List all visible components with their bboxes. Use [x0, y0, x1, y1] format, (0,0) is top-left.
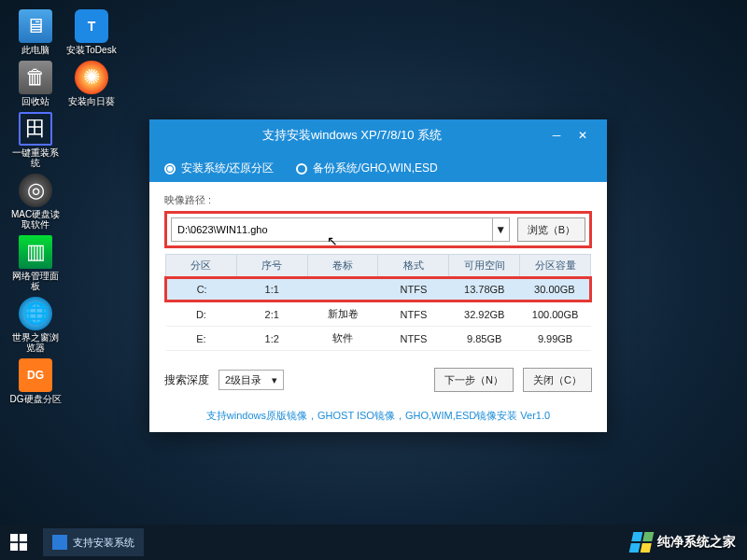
radio-label: 安装系统/还原分区 [181, 161, 274, 176]
cell-fs: NTFS [378, 301, 449, 327]
cell-idx: 2:1 [236, 301, 307, 327]
browser-icon: 🌐 [19, 297, 52, 330]
watermark: 纯净系统之家 [631, 532, 736, 553]
th-volume[interactable]: 卷标 [307, 255, 378, 278]
icon-label: 世界之窗浏览器 [9, 332, 62, 353]
titlebar[interactable]: 支持安装windows XP/7/8/10 系统 ─ ✕ [149, 119, 607, 151]
windows-logo-icon [629, 532, 655, 553]
task-label: 支持安装系统 [73, 536, 134, 550]
minimize-button[interactable]: ─ [543, 126, 570, 145]
app-icon [52, 535, 67, 550]
todesk-icon: T [75, 9, 108, 43]
mode-radios: 安装系统/还原分区 备份系统/GHO,WIN,ESD [149, 151, 607, 182]
table-row[interactable]: D: 2:1 新加卷 NTFS 32.92GB 100.00GB [166, 301, 591, 327]
close-button[interactable]: ✕ [570, 126, 596, 145]
icon-label: 安装向日葵 [68, 96, 115, 106]
trash-icon: 🗑 [19, 61, 52, 94]
watermark-text: 纯净系统之家 [657, 534, 736, 551]
desktop-icon-this-pc[interactable]: 🖥此电脑 [9, 9, 62, 55]
svg-rect-3 [20, 543, 27, 551]
table-row[interactable]: E: 1:2 软件 NTFS 9.85GB 9.99GB [166, 327, 591, 351]
cell-idx: 1:2 [236, 327, 307, 351]
th-free[interactable]: 可用空间 [449, 255, 520, 278]
cell-free: 32.92GB [449, 301, 520, 327]
cell-fs: NTFS [378, 278, 449, 301]
desktop-icon-recycle-bin[interactable]: 🗑回收站 [9, 61, 62, 106]
th-fs[interactable]: 格式 [378, 255, 449, 278]
svg-rect-1 [20, 534, 27, 541]
radio-dot-icon [296, 163, 307, 175]
pc-icon: 🖥 [19, 9, 52, 43]
icon-label: 安装ToDesk [66, 45, 116, 55]
dg-icon: DG [19, 358, 52, 392]
path-label: 映像路径 : [164, 193, 592, 207]
cell-free: 9.85GB [449, 327, 520, 351]
icon-label: 一键重装系统 [9, 147, 62, 168]
desktop-icon-reinstall[interactable]: 田一键重装系统 [9, 112, 62, 168]
desktop-icon-browser[interactable]: 🌐世界之窗浏览器 [9, 297, 62, 353]
image-path-input[interactable] [171, 217, 493, 242]
desktop-icon-todesk[interactable]: T安装ToDesk [65, 9, 118, 55]
chevron-down-icon: ▾ [272, 374, 277, 386]
network-icon: ▥ [19, 235, 52, 269]
svg-rect-0 [10, 534, 18, 541]
desktop-icon-sunflower[interactable]: ✺安装向日葵 [65, 61, 118, 106]
icon-label: DG硬盘分区 [10, 394, 62, 404]
icon-label: 回收站 [21, 96, 49, 106]
browse-button[interactable]: 浏览（B） [517, 217, 585, 242]
cell-part: E: [166, 327, 237, 351]
cell-fs: NTFS [378, 327, 449, 351]
cell-vol [307, 278, 378, 301]
th-index[interactable]: 序号 [236, 255, 307, 278]
icon-label: 此电脑 [21, 45, 49, 55]
cell-vol: 软件 [307, 327, 378, 351]
taskbar-task-installer[interactable]: 支持安装系统 [43, 528, 144, 556]
radio-backup[interactable]: 备份系统/GHO,WIN,ESD [296, 161, 437, 176]
radio-label: 备份系统/GHO,WIN,ESD [313, 161, 437, 176]
installer-window: 支持安装windows XP/7/8/10 系统 ─ ✕ 安装系统/还原分区 备… [149, 119, 607, 432]
cell-cap: 9.99GB [520, 327, 591, 351]
partition-table: 分区 序号 卷标 格式 可用空间 分区容量 C: 1:1 NTFS 13.78G… [164, 254, 592, 351]
th-capacity[interactable]: 分区容量 [520, 255, 591, 278]
radio-install[interactable]: 安装系统/还原分区 [164, 161, 274, 176]
cell-idx: 1:1 [236, 278, 307, 301]
windows-icon [10, 534, 27, 551]
next-button[interactable]: 下一步（N） [434, 368, 514, 392]
cell-cap: 100.00GB [520, 301, 591, 327]
cell-vol: 新加卷 [307, 301, 378, 327]
search-depth-dropdown[interactable]: 2级目录▾ [218, 370, 284, 390]
th-partition[interactable]: 分区 [166, 255, 237, 278]
cell-cap: 30.00GB [520, 278, 591, 301]
radio-dot-icon [164, 163, 176, 175]
desktop-icon-network-panel[interactable]: ▥网络管理面板 [9, 235, 62, 291]
svg-rect-2 [10, 543, 18, 551]
start-button[interactable] [0, 525, 37, 560]
cell-part: D: [166, 301, 237, 327]
desktop-icon-dg-partition[interactable]: DGDG硬盘分区 [9, 358, 62, 404]
search-depth-label: 搜索深度 [164, 372, 209, 388]
disk-icon: ◎ [19, 174, 52, 207]
desktop-icon-mac-disk[interactable]: ◎MAC硬盘读取软件 [9, 174, 62, 230]
icon-label: MAC硬盘读取软件 [9, 209, 62, 230]
sunflower-icon: ✺ [75, 61, 108, 94]
cell-part: C: [166, 278, 237, 301]
table-row[interactable]: C: 1:1 NTFS 13.78GB 30.00GB [166, 278, 591, 301]
cell-free: 13.78GB [449, 278, 520, 301]
path-dropdown-button[interactable]: ▼ [493, 217, 510, 242]
footer-note: 支持windows原版镜像，GHOST ISO镜像，GHO,WIM,ESD镜像安… [149, 403, 607, 432]
icon-label: 网络管理面板 [9, 271, 62, 291]
grid-icon: 田 [19, 112, 52, 146]
window-title: 支持安装windows XP/7/8/10 系统 [161, 127, 543, 144]
image-path-row: ▼ 浏览（B） [164, 211, 592, 248]
close-dialog-button[interactable]: 关闭（C） [523, 368, 592, 392]
